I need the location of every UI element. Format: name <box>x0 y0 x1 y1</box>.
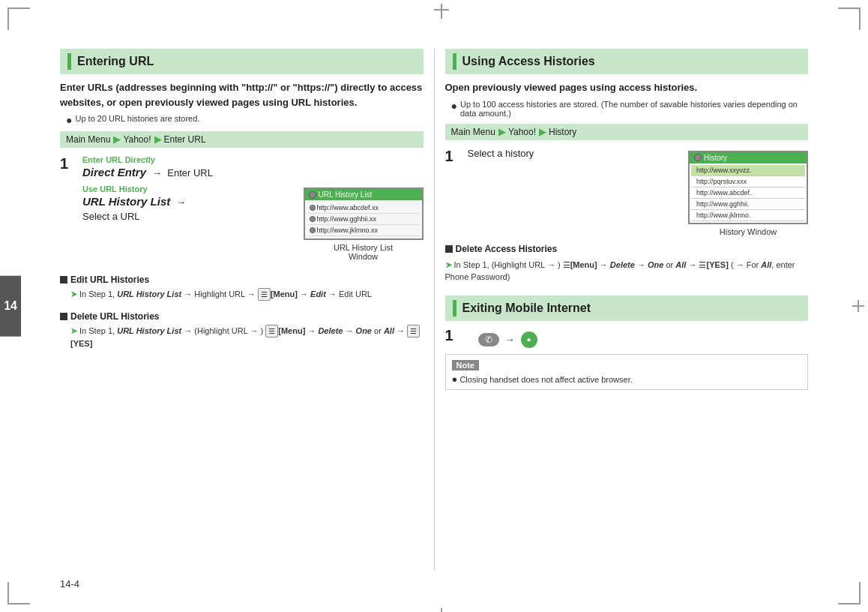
screenshot-titlebar: URL History List <box>305 189 422 200</box>
black-square-delete-access <box>445 245 453 253</box>
exit-arrow: → <box>505 334 515 345</box>
entering-url-bullet1: ● Up to 20 URL histories are stored. <box>66 114 424 125</box>
r-menu-main: Main Menu <box>451 127 495 137</box>
step-1-row: 1 Enter URL Directly Direct Entry → Ente… <box>60 155 424 261</box>
exit-step-num: 1 <box>445 327 460 348</box>
edit-histories-text: ➤ In Step 1, URL History List → Highligh… <box>70 288 424 301</box>
history-title: History <box>704 154 727 162</box>
history-window-screenshot: History http://www.xxyvzz. http://pqrstu… <box>688 151 808 236</box>
globe-icon <box>309 191 316 199</box>
url-history-arrow: → <box>176 196 186 208</box>
exit-icons: ✆ → ● <box>478 332 537 348</box>
item-icon-1 <box>310 205 316 211</box>
item-icon-2 <box>310 216 316 222</box>
url-history-text: URL History List <box>82 195 170 208</box>
h-item-1: http://www.xxyvzz. <box>691 165 805 176</box>
edit-histories-section: Edit URL Histories ➤ In Step 1, URL Hist… <box>60 274 424 307</box>
phone-end-button: ✆ <box>478 333 499 346</box>
screenshot-box: URL History List http://www.abcdef.xx ht… <box>304 188 424 240</box>
circle-icon: ● <box>526 335 531 344</box>
screenshot-caption: URL History ListWindow <box>334 243 393 261</box>
green-circle-button: ● <box>521 332 537 348</box>
chapter-number: 14 <box>4 299 17 313</box>
access-histories-section: Using Access Histories Open previously v… <box>445 49 809 284</box>
edit-histories-header: Edit URL Histories <box>60 274 424 285</box>
menu-enter-url: Enter URL <box>164 134 206 145</box>
r-step-1-content: History http://www.xxyvzz. http://pqrstu… <box>468 148 809 236</box>
main-content: Entering URL Enter URLs (addresses begin… <box>60 49 808 571</box>
access-histories-intro: Open previously viewed pages using acces… <box>445 80 809 95</box>
direct-entry-suffix: Enter URL <box>167 167 213 178</box>
access-histories-menu-path: Main Menu ▶ Yahoo! ▶ History <box>445 124 809 140</box>
screenshot-item-3: http://www.jklmno.xx <box>307 225 420 236</box>
screenshot-item-2: http://www.gghhii.xx <box>307 214 420 225</box>
history-titlebar: History <box>690 152 807 164</box>
note-box: Note ● Closing handset does not affect a… <box>445 354 809 390</box>
chapter-label: Internet <box>0 291 1 322</box>
chapter-tab: 14 Internet <box>0 276 21 337</box>
r-menu-yahoo: Yahoo! <box>508 127 536 137</box>
screenshot-list: http://www.abcdef.xx http://www.gghhii.x… <box>305 200 422 238</box>
page-number: 14-4 <box>60 578 79 590</box>
column-divider <box>434 49 435 571</box>
r-step-1-text: Select a history <box>468 148 534 159</box>
entering-url-menu-path: Main Menu ▶ Yahoo! ▶ Enter URL <box>60 131 424 148</box>
menu-yahoo: Yahoo! <box>123 134 151 145</box>
r-step-1-num: 1 <box>445 148 460 236</box>
access-histories-header: Using Access Histories <box>445 49 809 74</box>
h-item-3: http://www.abcdef. <box>691 188 805 199</box>
step-1-content: Enter URL Directly Direct Entry → Enter … <box>82 155 424 261</box>
green-bar-left <box>67 53 71 70</box>
corner-mark-br <box>838 582 861 604</box>
delete-access-text: ➤ In Step 1, (Highlight URL → ) ☰[Menu] … <box>445 259 809 284</box>
black-square-delete <box>60 313 67 320</box>
history-box: History http://www.xxyvzz. http://pqrstu… <box>688 151 808 224</box>
entering-url-intro: Enter URLs (addresses beginning with "ht… <box>60 80 424 110</box>
corner-mark-tl <box>7 8 30 30</box>
direct-entry-label: Enter URL Directly <box>82 155 424 164</box>
exit-header: Exiting Mobile Internet <box>445 296 809 321</box>
delete-access-section: Delete Access Histories ➤ In Step 1, (Hi… <box>445 244 809 284</box>
delete-histories-header: Delete URL Histories <box>60 311 424 322</box>
step-1-num: 1 <box>60 155 75 261</box>
r-menu-history: History <box>549 127 576 137</box>
phone-icon: ✆ <box>485 334 492 345</box>
exit-section: Exiting Mobile Internet 1 ✆ → ● <box>445 296 809 390</box>
delete-access-label: Delete Access Histories <box>456 244 558 254</box>
r-step-1-row: 1 History http://www.xxy <box>445 148 809 236</box>
access-histories-bullet1: ● Up to 100 access histories are stored.… <box>451 100 809 118</box>
left-column: Entering URL Enter URLs (addresses begin… <box>60 49 424 571</box>
exit-step-1: 1 ✆ → ● <box>445 327 809 348</box>
note-label: Note <box>452 360 479 370</box>
note-text: ● Closing handset does not affect active… <box>452 374 802 385</box>
delete-access-header: Delete Access Histories <box>445 244 809 254</box>
screenshot-title: URL History List <box>319 190 373 199</box>
h-globe-icon <box>694 154 702 161</box>
direct-entry-row: Direct Entry → Enter URL <box>82 166 424 178</box>
corner-mark-tr <box>838 8 861 30</box>
edit-histories-label: Edit URL Histories <box>70 274 149 285</box>
green-bar-exit <box>453 300 456 316</box>
menu-main: Main Menu <box>66 134 110 145</box>
delete-histories-label: Delete URL Histories <box>70 311 159 322</box>
history-list: http://www.xxyvzz. http://pqrstuv.xxx ht… <box>690 164 807 223</box>
screenshot-item-1: http://www.abcdef.xx <box>307 202 420 214</box>
url-history-screenshot: URL History List http://www.abcdef.xx ht… <box>304 188 424 261</box>
cross-right <box>852 300 864 312</box>
entering-url-title: Entering URL <box>77 55 154 68</box>
black-square-edit <box>60 276 67 284</box>
delete-histories-text: ➤ In Step 1, URL History List → (Highlig… <box>70 325 424 350</box>
h-item-5: http://www.jklmno. <box>691 210 805 221</box>
url-history-section: URL History List http://www.abcdef.xx ht… <box>82 184 424 261</box>
history-caption: History Window <box>720 227 777 236</box>
green-bar-right <box>453 53 456 70</box>
direct-entry-text: Direct Entry <box>82 166 146 178</box>
exit-title: Exiting Mobile Internet <box>462 302 591 315</box>
entering-url-header: Entering URL <box>60 49 424 74</box>
direct-entry-arrow: → <box>152 167 162 178</box>
right-column: Using Access Histories Open previously v… <box>445 49 809 571</box>
access-histories-title: Using Access Histories <box>462 55 595 68</box>
h-item-4: http://www.gghhii. <box>691 199 805 210</box>
h-item-2: http://pqrstuv.xxx <box>691 176 805 188</box>
item-icon-3 <box>310 227 316 233</box>
